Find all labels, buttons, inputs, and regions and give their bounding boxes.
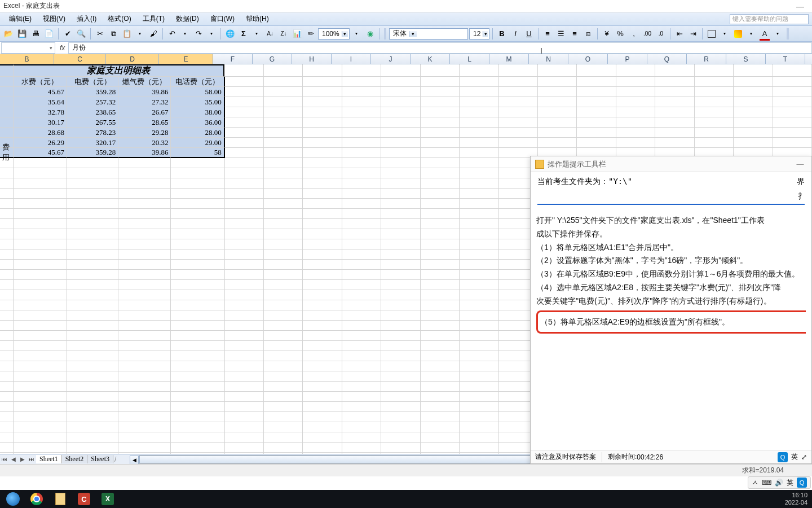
cell[interactable]: [225, 432, 264, 443]
fill-dropdown-icon[interactable]: ▾: [745, 28, 757, 40]
cell[interactable]: [655, 128, 694, 138]
cell[interactable]: [67, 422, 118, 432]
cell-col-a-sliver[interactable]: [0, 382, 14, 392]
underline-button[interactable]: U: [523, 28, 535, 40]
cell[interactable]: [460, 178, 498, 189]
cell[interactable]: [264, 443, 303, 453]
cell[interactable]: [303, 249, 342, 260]
cell[interactable]: [421, 392, 460, 402]
ime-keyboard-icon[interactable]: ⌨: [762, 479, 771, 487]
cell[interactable]: [421, 168, 460, 178]
cell[interactable]: [342, 138, 381, 148]
cell[interactable]: [225, 229, 264, 239]
cell[interactable]: [538, 107, 577, 117]
cell[interactable]: [499, 97, 538, 107]
cell[interactable]: [264, 290, 303, 300]
cell[interactable]: [224, 64, 263, 77]
cell[interactable]: [734, 107, 773, 117]
cell[interactable]: [381, 371, 420, 382]
cell[interactable]: [118, 168, 171, 178]
ime-bar[interactable]: ㅅ ⌨ 🔊 英 Q: [748, 476, 811, 489]
cell[interactable]: [421, 77, 460, 87]
cell[interactable]: [67, 331, 118, 341]
ime-lang2[interactable]: 英: [787, 478, 793, 488]
cell[interactable]: [381, 280, 420, 290]
cell[interactable]: [118, 443, 171, 453]
cell[interactable]: [381, 199, 420, 209]
cell[interactable]: [499, 87, 538, 97]
cell[interactable]: [225, 77, 264, 87]
system-tray[interactable]: 16:10 2022-04: [785, 492, 811, 506]
cell-col-a-sliver[interactable]: [0, 443, 14, 453]
cell[interactable]: [303, 189, 342, 199]
fx-icon[interactable]: fx: [56, 44, 68, 52]
cell[interactable]: [67, 199, 118, 209]
cell[interactable]: [460, 290, 498, 300]
cell[interactable]: 257.32: [67, 97, 118, 107]
cell[interactable]: [264, 148, 303, 158]
cell[interactable]: [381, 229, 420, 239]
ime-q-icon[interactable]: Q: [778, 452, 788, 462]
cell[interactable]: [303, 239, 342, 249]
cell[interactable]: [460, 64, 498, 77]
cell[interactable]: [14, 341, 67, 351]
cell[interactable]: [460, 138, 498, 148]
column-header-K[interactable]: K: [411, 54, 450, 64]
cell[interactable]: [303, 209, 342, 219]
cell-col-a-sliver[interactable]: [0, 371, 14, 382]
cell[interactable]: [577, 128, 616, 138]
cell[interactable]: [171, 229, 224, 239]
cell[interactable]: [303, 432, 342, 443]
cell[interactable]: [460, 239, 498, 249]
cell[interactable]: [303, 280, 342, 290]
cell-col-a-sliver[interactable]: [0, 392, 14, 402]
cell[interactable]: [499, 107, 538, 117]
cell[interactable]: [303, 371, 342, 382]
cell[interactable]: [264, 168, 303, 178]
hint-titlebar[interactable]: 操作题提示工具栏 —: [531, 156, 811, 172]
cell[interactable]: [616, 107, 655, 117]
cell[interactable]: [67, 270, 118, 280]
cell[interactable]: [118, 310, 171, 321]
cell[interactable]: [381, 361, 420, 371]
cell[interactable]: [171, 321, 224, 331]
cell[interactable]: [460, 87, 498, 97]
cell[interactable]: [118, 189, 171, 199]
cell[interactable]: [171, 168, 224, 178]
font-color-button[interactable]: A: [758, 28, 771, 40]
cell[interactable]: [460, 402, 498, 412]
help-search-input[interactable]: 键入需要帮助的问题: [730, 14, 809, 24]
cell[interactable]: [773, 87, 812, 97]
cell[interactable]: [381, 270, 420, 280]
cell-col-a-sliver[interactable]: [0, 321, 14, 331]
cell[interactable]: 29.28: [118, 128, 171, 138]
cell[interactable]: [381, 443, 420, 453]
cell[interactable]: [225, 382, 264, 392]
cell[interactable]: [67, 321, 118, 331]
cell[interactable]: [538, 77, 577, 87]
cell[interactable]: [225, 87, 264, 97]
cell-col-a-sliver[interactable]: [0, 107, 14, 117]
cell[interactable]: [695, 107, 734, 117]
tab-nav-prev[interactable]: ◀: [9, 456, 18, 462]
cell[interactable]: [381, 402, 420, 412]
cell[interactable]: [655, 138, 694, 148]
cell[interactable]: [460, 189, 498, 199]
cell[interactable]: [225, 107, 264, 117]
cell[interactable]: [538, 97, 577, 107]
cell[interactable]: [14, 199, 67, 209]
chart-icon[interactable]: 📊: [291, 28, 303, 40]
cell[interactable]: [342, 341, 381, 351]
cell[interactable]: [342, 432, 381, 443]
cell[interactable]: [67, 432, 118, 443]
cell[interactable]: [67, 392, 118, 402]
cell[interactable]: [381, 310, 420, 321]
sort-desc-icon[interactable]: Z↓: [277, 28, 290, 40]
cell[interactable]: [264, 219, 303, 229]
cell[interactable]: [381, 351, 420, 361]
cell[interactable]: [225, 321, 264, 331]
cell[interactable]: [342, 392, 381, 402]
cell[interactable]: [171, 310, 224, 321]
cell[interactable]: [499, 138, 538, 148]
redo-dropdown-icon[interactable]: ▾: [205, 28, 218, 40]
